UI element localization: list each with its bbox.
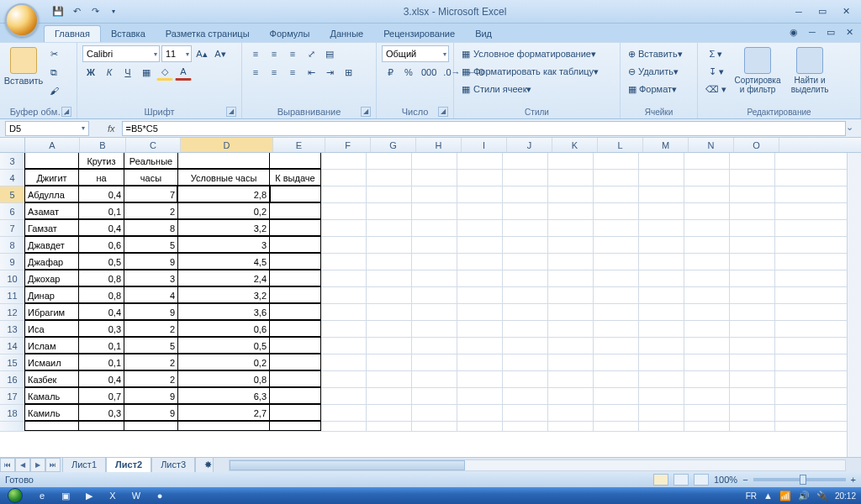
normal-view-button[interactable] xyxy=(653,474,668,486)
sheet-nav-first[interactable]: ⏮ xyxy=(0,458,15,472)
clipboard-dialog-launcher[interactable]: ◢ xyxy=(61,107,71,117)
merge-cells-icon[interactable]: ⊞ xyxy=(340,64,357,81)
cell-B12[interactable]: 0,4 xyxy=(78,303,124,320)
start-button[interactable] xyxy=(0,487,30,504)
close-button[interactable]: ✕ xyxy=(836,4,856,19)
column-header-N[interactable]: N xyxy=(689,138,734,152)
row-header-3[interactable]: 3 xyxy=(0,153,25,169)
cell-D5[interactable]: 2,8 xyxy=(177,186,270,202)
column-header-L[interactable]: L xyxy=(598,138,643,152)
cell-B15[interactable]: 0,1 xyxy=(78,354,124,370)
qat-customize-icon[interactable]: ▾ xyxy=(106,4,121,19)
cell-E6[interactable] xyxy=(269,202,321,219)
cell-E16[interactable] xyxy=(269,370,321,387)
cell-B18[interactable]: 0,3 xyxy=(78,404,124,421)
taskbar-firefox-icon[interactable]: ● xyxy=(148,488,172,503)
save-icon[interactable]: 💾 xyxy=(50,4,66,19)
underline-button[interactable]: Ч xyxy=(119,64,136,81)
taskbar-word-icon[interactable]: W xyxy=(124,488,148,503)
expand-formula-bar-icon[interactable]: ⌄ xyxy=(846,122,858,135)
cell-E10[interactable] xyxy=(269,270,321,286)
cell-C12[interactable]: 9 xyxy=(124,303,178,320)
cell-C11[interactable]: 4 xyxy=(124,286,178,303)
cell-D16[interactable]: 0,8 xyxy=(177,370,270,387)
font-dialog-launcher[interactable]: ◢ xyxy=(226,107,236,117)
cell-B5[interactable]: 0,4 xyxy=(78,186,124,202)
cell-C16[interactable]: 2 xyxy=(124,370,178,387)
tab-insert[interactable]: Вставка xyxy=(101,26,156,42)
column-header-B[interactable]: B xyxy=(80,138,126,152)
row-header-16[interactable]: 16 xyxy=(0,371,25,387)
column-header-E[interactable]: E xyxy=(273,138,325,152)
cell-styles-button[interactable]: ▦ Стили ячеек ▾ xyxy=(459,81,619,97)
alignment-dialog-launcher[interactable]: ◢ xyxy=(361,107,371,117)
taskbar-ie-icon[interactable]: e xyxy=(30,488,54,503)
sheet-tab-Лист3[interactable]: Лист3 xyxy=(151,458,195,473)
cell-E15[interactable] xyxy=(269,354,321,370)
paste-button[interactable]: Вставить xyxy=(5,45,42,87)
cell-E7[interactable] xyxy=(269,219,321,236)
select-all-corner[interactable] xyxy=(0,138,25,152)
row-header-15[interactable]: 15 xyxy=(0,354,25,370)
zoom-level[interactable]: 100% xyxy=(714,475,737,485)
page-layout-view-button[interactable] xyxy=(673,474,689,486)
clock[interactable]: 20:12 xyxy=(835,491,856,501)
row-header-11[interactable]: 11 xyxy=(0,287,25,303)
tab-home[interactable]: Главная xyxy=(44,25,101,42)
cell-E9[interactable] xyxy=(269,253,321,270)
cell-A17[interactable]: Камаль xyxy=(24,387,79,404)
column-header-J[interactable]: J xyxy=(507,138,552,152)
row-header-12[interactable]: 12 xyxy=(0,304,25,320)
row-header-18[interactable]: 18 xyxy=(0,405,25,421)
cell-B16[interactable]: 0,4 xyxy=(78,370,124,387)
tray-icon[interactable]: ▲ xyxy=(763,491,773,501)
cell-B11[interactable]: 0,8 xyxy=(78,286,124,303)
cell-C13[interactable]: 2 xyxy=(124,320,178,337)
row-header-17[interactable]: 17 xyxy=(0,388,25,404)
currency-icon[interactable]: ₽ xyxy=(382,64,399,81)
sort-filter-button[interactable]: Сортировка и фильтр xyxy=(732,45,783,96)
align-bottom-icon[interactable]: ≡ xyxy=(284,45,301,62)
cell-C17[interactable]: 9 xyxy=(124,387,178,404)
maximize-button[interactable]: ▭ xyxy=(812,4,832,19)
vertical-scrollbar[interactable] xyxy=(847,153,861,457)
percent-icon[interactable]: % xyxy=(400,64,417,81)
fx-icon[interactable]: fx xyxy=(108,123,115,134)
cell-A15[interactable]: Исмаил xyxy=(24,354,79,370)
cell-B17[interactable]: 0,7 xyxy=(78,387,124,404)
cell-E14[interactable] xyxy=(269,337,321,354)
align-center-icon[interactable]: ≡ xyxy=(266,64,283,81)
cell-E12[interactable] xyxy=(269,303,321,320)
number-dialog-launcher[interactable]: ◢ xyxy=(438,107,448,117)
fill-color-button[interactable]: ◇ xyxy=(156,64,173,81)
tab-data[interactable]: Данные xyxy=(320,26,373,42)
cell-A9[interactable]: Джафар xyxy=(24,253,79,270)
border-button[interactable]: ▦ xyxy=(138,64,155,81)
row-header-6[interactable]: 6 xyxy=(0,203,25,219)
cell-D14[interactable]: 0,5 xyxy=(177,337,270,354)
new-sheet-button[interactable]: ✸ xyxy=(195,458,214,473)
cell-C5[interactable]: 7 xyxy=(124,186,178,202)
sheet-tab-Лист1[interactable]: Лист1 xyxy=(62,458,106,473)
cell-D12[interactable]: 3,6 xyxy=(177,303,270,320)
cell-D15[interactable]: 0,2 xyxy=(177,354,270,370)
format-cells-button[interactable]: ▦ Формат ▾ xyxy=(626,81,696,97)
cell-D8[interactable]: 3 xyxy=(177,236,270,253)
column-header-I[interactable]: I xyxy=(462,138,507,152)
bold-button[interactable]: Ж xyxy=(82,64,99,81)
cell-A16[interactable]: Казбек xyxy=(24,370,79,387)
cut-icon[interactable]: ✂ xyxy=(45,45,62,62)
cell-D10[interactable]: 2,4 xyxy=(177,270,270,286)
cell-A14[interactable]: Ислам xyxy=(24,337,79,354)
zoom-in-button[interactable]: + xyxy=(851,475,856,485)
number-format-combo[interactable]: Общий▾ xyxy=(382,45,449,62)
column-header-G[interactable]: G xyxy=(371,138,416,152)
cell-B10[interactable]: 0,8 xyxy=(78,270,124,286)
tab-formulas[interactable]: Формулы xyxy=(260,26,320,42)
cell-C6[interactable]: 2 xyxy=(124,202,178,219)
network-icon[interactable]: 📶 xyxy=(779,491,791,501)
find-select-button[interactable]: Найти и выделить xyxy=(786,45,833,96)
cell-A6[interactable]: Азамат xyxy=(24,202,79,219)
doc-close-button[interactable]: ✕ xyxy=(843,25,856,39)
minimize-button[interactable]: ─ xyxy=(789,4,809,19)
